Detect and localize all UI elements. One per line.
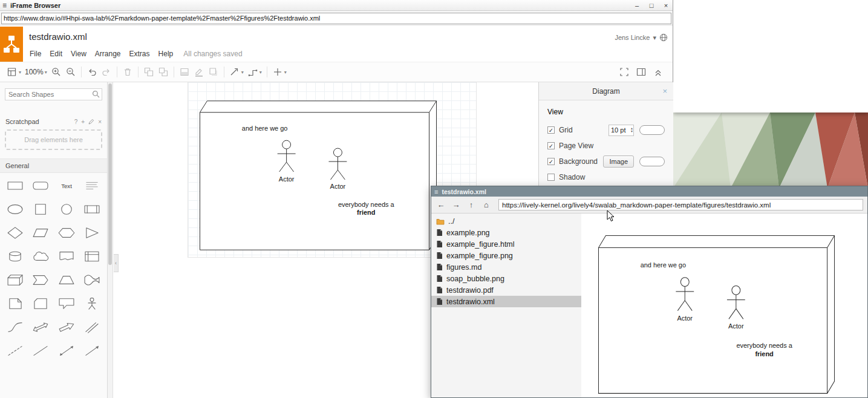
menu-view[interactable]: View: [67, 48, 91, 59]
menu-help[interactable]: Help: [154, 48, 178, 59]
fill-color[interactable]: [177, 64, 192, 80]
scratchpad-edit-icon[interactable]: [88, 119, 94, 125]
to-back[interactable]: [156, 64, 171, 80]
shape-directional-connector[interactable]: [82, 343, 102, 359]
forward-button[interactable]: →: [451, 200, 462, 210]
page-view-checkbox[interactable]: ✓: [547, 142, 555, 149]
file-row-..-[interactable]: ../: [431, 215, 581, 227]
back-button[interactable]: ←: [436, 200, 446, 210]
shape-circle[interactable]: [56, 201, 77, 217]
menu-edit[interactable]: Edit: [45, 48, 67, 59]
shape-hexagon[interactable]: [56, 225, 77, 241]
file-url-input[interactable]: [498, 199, 863, 210]
sidebar-collapse-handle[interactable]: ‹: [114, 254, 119, 272]
shape-document[interactable]: [56, 249, 77, 264]
background-color-swatch[interactable]: [639, 157, 665, 166]
maximize-button[interactable]: □: [647, 2, 656, 9]
delete[interactable]: [120, 64, 135, 80]
search-shapes-input[interactable]: [5, 88, 102, 100]
scratchpad-dropzone[interactable]: Drag elements here: [5, 129, 102, 150]
shape-cube[interactable]: [5, 272, 25, 288]
shape-note[interactable]: [5, 296, 25, 312]
url-input[interactable]: [1, 13, 671, 24]
zoom-in[interactable]: [49, 64, 64, 80]
shape-parallelogram[interactable]: [30, 225, 51, 241]
sidebar-scrollbar[interactable]: [108, 82, 113, 398]
shape-bidirectional-connector[interactable]: [56, 343, 77, 359]
up-button[interactable]: ↑: [466, 200, 477, 210]
shadow[interactable]: [206, 64, 221, 80]
minimize-button[interactable]: –: [633, 2, 641, 9]
shape-tape[interactable]: [82, 272, 102, 288]
shape-callout[interactable]: [56, 296, 77, 312]
shape-square[interactable]: [30, 201, 51, 217]
file-window-titlebar[interactable]: ≡ testdrawio.xml: [431, 186, 867, 197]
shape-card[interactable]: [30, 296, 51, 312]
scratchpad-add-icon[interactable]: +: [81, 119, 85, 125]
waypoints-dropdown[interactable]: ▾: [246, 64, 264, 80]
view-dropdown[interactable]: ▾: [5, 64, 23, 80]
shape-internal-storage[interactable]: [82, 249, 102, 264]
shape-trapezoid[interactable]: [56, 272, 77, 288]
shape-curve[interactable]: [5, 319, 25, 335]
user-menu[interactable]: Jens Lincke ▾: [615, 33, 668, 42]
shape-link[interactable]: [82, 319, 102, 335]
shape-rounded-rectangle[interactable]: [30, 178, 51, 194]
shape-process[interactable]: [82, 201, 102, 217]
background-checkbox[interactable]: ✓: [547, 158, 555, 165]
shape-triangle[interactable]: [82, 225, 102, 241]
shape-rectangle[interactable]: [5, 178, 25, 194]
file-row-testdrawio.pdf[interactable]: testdrawio.pdf: [431, 284, 581, 296]
globe-icon[interactable]: [659, 33, 668, 42]
file-row-soap-bubble.png[interactable]: soap_bubble.png: [431, 273, 581, 284]
zoom-level-dropdown[interactable]: 100%▾: [23, 64, 49, 80]
format-panel-close-icon[interactable]: ×: [662, 86, 667, 96]
file-row-testdrawio.xml[interactable]: testdrawio.xml: [431, 296, 581, 307]
shape-textbox[interactable]: [82, 178, 102, 194]
scratchpad-close-icon[interactable]: ×: [98, 119, 102, 125]
format-panel-toggle[interactable]: [634, 64, 648, 80]
menu-arrange[interactable]: Arrange: [91, 48, 125, 59]
to-front[interactable]: [142, 64, 156, 80]
shape-ellipse[interactable]: [5, 201, 25, 217]
shape-line[interactable]: [30, 343, 51, 359]
shape-cylinder[interactable]: [5, 249, 25, 264]
scrollbar-thumb[interactable]: [108, 83, 112, 265]
home-button[interactable]: ⌂: [481, 200, 492, 210]
grid-size-input[interactable]: 10 pt ▴ ▾: [609, 125, 634, 136]
undo[interactable]: [85, 64, 99, 80]
shape-actor[interactable]: [82, 296, 102, 312]
connection-dropdown[interactable]: ▾: [227, 64, 246, 80]
file-row-example-figure.html[interactable]: example_figure.html: [431, 238, 581, 250]
canvas-diagram[interactable]: and here we go Actor Actor eve: [200, 100, 438, 254]
menu-extras[interactable]: Extras: [125, 48, 154, 59]
background-image-button[interactable]: Image: [603, 155, 634, 168]
section-general[interactable]: General: [0, 158, 107, 173]
scratchpad-help-icon[interactable]: ?: [74, 119, 78, 125]
zoom-out[interactable]: [64, 64, 78, 80]
redo[interactable]: [99, 64, 114, 80]
shape-dashed-line[interactable]: [5, 343, 25, 359]
shape-diamond[interactable]: [5, 225, 25, 241]
line-color[interactable]: [192, 64, 206, 80]
file-row-example-figure.png[interactable]: example_figure.png: [431, 250, 581, 261]
hamburger-icon[interactable]: ≡: [2, 1, 7, 10]
grid-color-swatch[interactable]: [639, 125, 665, 135]
hamburger-icon[interactable]: ≡: [434, 188, 438, 195]
close-button[interactable]: ×: [662, 2, 670, 9]
insert-dropdown[interactable]: ▾: [270, 64, 289, 80]
file-row-example.png[interactable]: example.png: [431, 227, 581, 238]
tab-diagram[interactable]: Diagram: [592, 87, 619, 96]
shadow-checkbox[interactable]: ✓: [547, 174, 555, 181]
file-row-figures.md[interactable]: figures.md: [431, 261, 581, 273]
shape-bidirectional-arrow[interactable]: [30, 319, 51, 335]
collapse-toolbar[interactable]: [651, 64, 665, 80]
shape-arrow[interactable]: [56, 319, 77, 335]
grid-checkbox[interactable]: ✓: [547, 126, 555, 134]
menu-file[interactable]: File: [25, 48, 45, 59]
shape-cloud[interactable]: [30, 249, 51, 264]
shape-text[interactable]: Text: [56, 178, 77, 194]
fullscreen[interactable]: [617, 64, 631, 80]
shape-step[interactable]: [30, 272, 51, 288]
spinner-down-icon[interactable]: ▾: [631, 130, 633, 133]
